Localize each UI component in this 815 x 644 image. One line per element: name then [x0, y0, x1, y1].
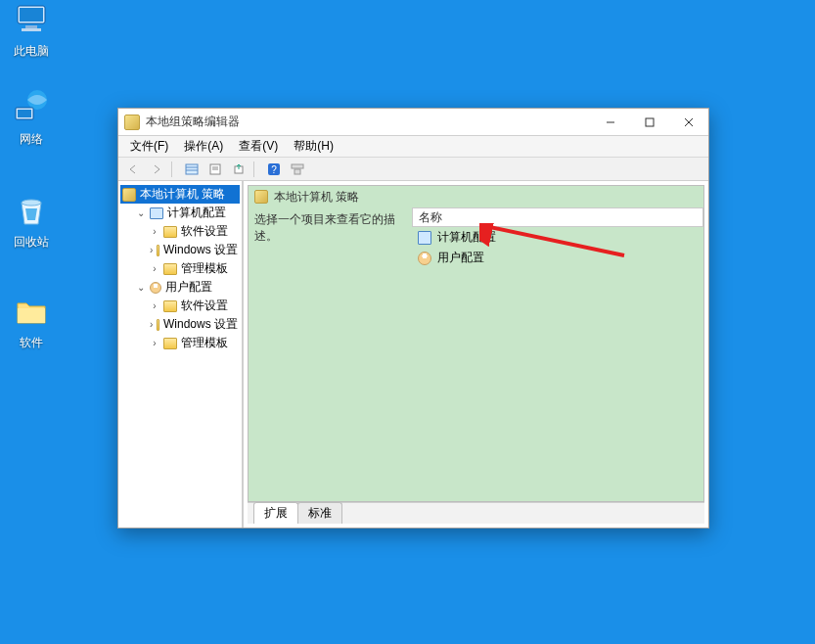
desktop-icon-recyclebin[interactable]: 回收站 [2, 191, 61, 251]
desktop-icon-label: 此电脑 [2, 43, 61, 60]
tree-node-label: 软件设置 [181, 223, 228, 240]
list-item-computer-config[interactable]: 计算机配置 [412, 227, 703, 248]
list-body: 计算机配置 用户配置 [412, 227, 703, 501]
folder-icon [163, 226, 177, 238]
help-button[interactable]: ? [263, 160, 285, 179]
desktop-icon-software[interactable]: 软件 [2, 292, 61, 351]
svg-rect-8 [18, 308, 45, 323]
tree-user-templates[interactable]: ›管理模板 [148, 334, 240, 352]
user-icon [150, 282, 161, 294]
menu-view[interactable]: 查看(V) [231, 136, 286, 157]
expand-icon[interactable]: › [150, 300, 159, 311]
header-icon [254, 190, 268, 204]
list-pane: 名称 计算机配置 用户配置 [412, 207, 703, 501]
tab-extended[interactable]: 扩展 [253, 502, 298, 524]
gpedit-window: 本地组策略编辑器 文件(F) 操作(A) 查看(V) 帮助(H) [117, 108, 709, 529]
folder-icon [163, 263, 177, 275]
tree-user-config[interactable]: ⌄ 用户配置 [134, 278, 240, 297]
tree-node-label: 管理模板 [181, 335, 228, 351]
thispc-icon [12, 0, 51, 39]
tree-comp-software[interactable]: ›软件设置 [148, 222, 240, 241]
computer-icon [150, 207, 163, 219]
right-pane: 本地计算机 策略 选择一个项目来查看它的描述。 名称 计算机配置 [243, 181, 708, 528]
tree-node-label: 管理模板 [181, 260, 228, 277]
svg-point-7 [22, 200, 41, 206]
svg-rect-2 [25, 25, 37, 28]
expand-icon[interactable]: › [150, 338, 159, 348]
tree-user-windows[interactable]: ›Windows 设置 [148, 315, 240, 334]
folder-icon [163, 338, 177, 349]
tree-computer-config[interactable]: ⌄ 计算机配置 [134, 204, 240, 222]
expand-icon[interactable]: › [150, 245, 153, 255]
right-header: 本地计算机 策略 [249, 186, 703, 207]
tree-user-software[interactable]: ›软件设置 [148, 297, 240, 315]
svg-rect-1 [20, 8, 43, 22]
toolbar-separator [171, 161, 177, 177]
maximize-button[interactable] [630, 109, 669, 136]
minimize-button[interactable] [591, 109, 630, 136]
tree-node-label: 软件设置 [181, 298, 228, 314]
svg-rect-3 [22, 28, 41, 31]
list-item-label: 计算机配置 [437, 229, 496, 246]
svg-rect-10 [646, 118, 654, 126]
toolbar-separator [253, 161, 259, 177]
folder-icon [12, 292, 51, 331]
list-item-label: 用户配置 [437, 250, 484, 266]
tree-node-label: 计算机配置 [167, 205, 226, 221]
menu-help[interactable]: 帮助(H) [286, 136, 341, 157]
tree-root-node[interactable]: 本地计算机 策略 [120, 185, 240, 204]
app-icon [124, 115, 140, 130]
desktop-icon-label: 网络 [2, 131, 61, 148]
tab-label: 扩展 [264, 506, 288, 520]
tabs-row: 扩展 标准 [248, 502, 704, 524]
tab-standard[interactable]: 标准 [297, 502, 342, 524]
computer-icon [418, 231, 431, 245]
list-item-user-config[interactable]: 用户配置 [412, 248, 703, 268]
tree-comp-templates[interactable]: ›管理模板 [148, 259, 240, 278]
toolbar: ? [118, 158, 708, 181]
desktop-icon-network[interactable]: 网络 [2, 88, 61, 148]
expand-icon[interactable]: › [150, 319, 153, 330]
export-button[interactable] [228, 160, 249, 179]
right-header-label: 本地计算机 策略 [274, 189, 359, 206]
folder-icon [157, 245, 159, 256]
svg-rect-6 [18, 110, 31, 117]
svg-rect-23 [294, 169, 300, 174]
collapse-icon[interactable]: ⌄ [136, 207, 146, 218]
window-title: 本地组策略编辑器 [146, 114, 591, 130]
network-icon [12, 88, 51, 127]
list-column-header[interactable]: 名称 [412, 207, 703, 227]
desktop-icon-thispc[interactable]: 此电脑 [2, 0, 61, 60]
tree-root-label: 本地计算机 策略 [140, 186, 225, 203]
menu-action[interactable]: 操作(A) [176, 136, 231, 157]
back-button [122, 160, 144, 179]
tree-node-label: Windows 设置 [163, 242, 238, 258]
close-button[interactable] [669, 109, 708, 136]
collapse-icon[interactable]: ⌄ [136, 282, 146, 293]
filter-button[interactable] [287, 160, 308, 179]
tree-pane[interactable]: 本地计算机 策略 ⌄ 计算机配置 ›软件设置 ›Windows 设置 [118, 181, 243, 528]
folder-icon [163, 300, 177, 312]
expand-icon[interactable]: › [150, 226, 159, 237]
root-icon [122, 188, 136, 202]
expand-icon[interactable]: › [150, 263, 159, 274]
right-split: 选择一个项目来查看它的描述。 名称 计算机配置 [249, 207, 703, 501]
menu-file[interactable]: 文件(F) [122, 136, 176, 157]
detail-view-button[interactable] [181, 160, 203, 179]
tree-comp-windows[interactable]: ›Windows 设置 [148, 241, 240, 259]
right-inner: 本地计算机 策略 选择一个项目来查看它的描述。 名称 计算机配置 [248, 185, 704, 502]
folder-icon [157, 319, 159, 331]
content-area: 本地计算机 策略 ⌄ 计算机配置 ›软件设置 ›Windows 设置 [118, 181, 708, 528]
tree-node-label: Windows 设置 [163, 316, 238, 333]
tree-node-label: 用户配置 [165, 279, 212, 296]
description-text: 选择一个项目来查看它的描述。 [254, 212, 395, 243]
recyclebin-icon [12, 191, 51, 230]
titlebar[interactable]: 本地组策略编辑器 [118, 109, 708, 136]
desktop-icon-label: 软件 [2, 335, 61, 351]
user-icon [418, 252, 431, 265]
svg-rect-13 [186, 164, 198, 174]
desktop-icon-label: 回收站 [2, 234, 61, 251]
menubar: 文件(F) 操作(A) 查看(V) 帮助(H) [118, 136, 708, 158]
properties-button[interactable] [204, 160, 226, 179]
svg-rect-22 [292, 164, 303, 168]
